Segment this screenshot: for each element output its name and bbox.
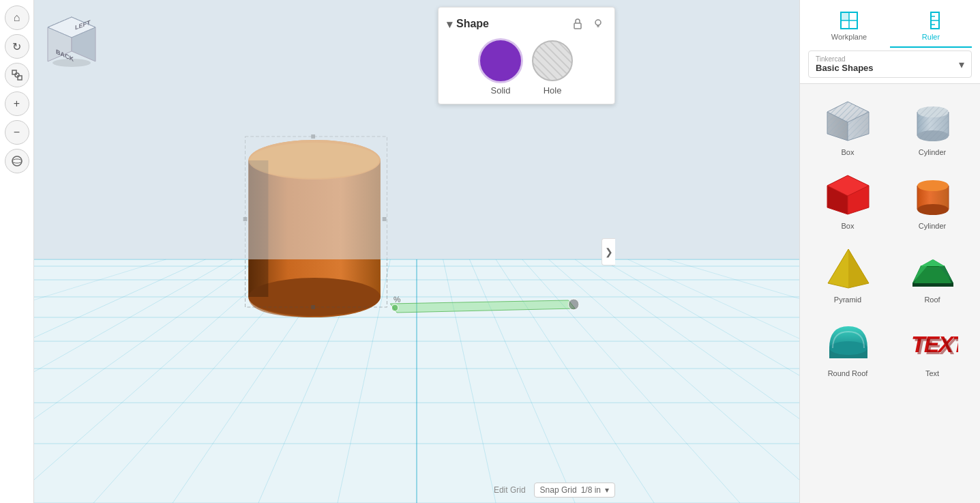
red-box-label: Box — [842, 222, 855, 230]
home-button[interactable]: ⌂ — [5, 5, 29, 30]
chevron-icon: ❯ — [605, 246, 613, 257]
shape-item-orange-cylinder[interactable]: Cylinder — [890, 163, 975, 237]
svg-point-2 — [15, 73, 19, 77]
shape-item-text[interactable]: TEXT TEXT Text — [890, 311, 975, 384]
svg-point-89 — [917, 106, 949, 117]
svg-marker-108 — [848, 249, 869, 288]
svg-point-3 — [12, 156, 22, 166]
shapes-panel-tabs: Workplane Ruler — [808, 5, 972, 48]
shapes-category[interactable]: Tinkercad Basic Shapes ▾ — [808, 51, 972, 78]
solid-label: Solid — [491, 85, 511, 96]
hole-circle — [532, 40, 573, 81]
gray-box-label: Box — [842, 148, 855, 156]
text-label: Text — [925, 369, 939, 377]
svg-text:%: % — [394, 294, 402, 304]
solid-option[interactable]: Solid — [480, 40, 521, 96]
solid-circle — [480, 40, 521, 81]
svg-text:TEXT: TEXT — [913, 333, 958, 359]
snap-grid-control[interactable]: Snap Grid 1/8 in ▾ — [534, 483, 615, 498]
svg-point-38 — [391, 304, 398, 311]
gray-cylinder-label: Cylinder — [919, 148, 946, 156]
svg-point-64 — [595, 20, 601, 25]
shapes-panel-header: Workplane Ruler — [800, 0, 980, 84]
svg-rect-63 — [574, 23, 581, 29]
gray-box-icon — [820, 96, 875, 144]
teal-round-roof-icon — [820, 317, 875, 365]
shape-options: Solid Hole — [447, 40, 606, 96]
shapes-grid: Box — [800, 84, 980, 390]
svg-marker-122 — [921, 259, 945, 266]
snap-grid-label: Snap Grid — [540, 485, 577, 495]
red-text-icon: TEXT TEXT — [905, 317, 960, 365]
svg-point-39 — [568, 299, 578, 310]
left-toolbar: ⌂ ↻ + − — [0, 0, 34, 503]
round-roof-label: Round Roof — [828, 369, 868, 377]
snap-dropdown-icon[interactable]: ▾ — [605, 485, 609, 495]
svg-rect-54 — [311, 305, 315, 309]
orange-cylinder-label: Cylinder — [919, 222, 946, 230]
category-label: Basic Shapes — [816, 63, 874, 73]
shape-item-green-roof[interactable]: Roof — [890, 237, 975, 311]
shape-item-round-roof[interactable]: Round Roof — [805, 311, 890, 384]
bottom-bar: Edit Grid Snap Grid 1/8 in ▾ — [494, 483, 615, 498]
shape-item-red-box[interactable]: Box — [805, 163, 890, 237]
category-dropdown-icon[interactable]: ▾ — [959, 58, 964, 71]
app-container: ⌂ ↻ + − — [0, 0, 980, 503]
svg-rect-68 — [841, 12, 849, 20]
panel-collapse-button[interactable]: ❯ — [602, 238, 615, 265]
nav-cube[interactable]: BACK LEFT — [41, 7, 102, 68]
viewport[interactable]: % — [34, 0, 799, 503]
workplane-tab-label: Workplane — [831, 33, 867, 41]
yellow-pyramid-icon — [820, 244, 875, 291]
tinkercad-label: Tinkercad — [816, 55, 874, 63]
orange-cylinder-icon — [905, 170, 960, 218]
shape-title-text: Shape — [456, 18, 489, 30]
shape-item-gray-box[interactable]: Box — [805, 89, 890, 163]
yellow-pyramid-label: Pyramid — [834, 296, 861, 304]
rotate-button[interactable]: ↻ — [5, 34, 29, 59]
svg-marker-119 — [912, 283, 953, 287]
lock-icon[interactable] — [569, 16, 586, 32]
gray-cylinder-icon — [905, 96, 960, 144]
svg-point-124 — [829, 341, 867, 355]
red-box-icon — [820, 170, 875, 218]
fit-button[interactable] — [5, 63, 29, 87]
zoom-in-button[interactable]: + — [5, 91, 29, 116]
edit-grid-button[interactable]: Edit Grid — [494, 485, 526, 495]
svg-point-91 — [917, 130, 949, 141]
ruler-icon — [921, 11, 940, 30]
shape-panel-header: ▾ Shape — [447, 16, 606, 32]
svg-point-104 — [917, 204, 949, 215]
floor-grid: % — [34, 0, 799, 503]
svg-point-103 — [917, 180, 949, 191]
shape-panel-icons — [569, 16, 606, 32]
shapes-panel: Workplane Ruler — [799, 0, 980, 503]
snap-value: 1/8 in — [581, 485, 601, 495]
svg-marker-109 — [828, 249, 848, 288]
workplane-icon — [840, 11, 859, 30]
perspective-button[interactable] — [5, 149, 29, 173]
hole-label: Hole — [544, 85, 562, 96]
svg-point-4 — [12, 159, 22, 163]
shape-item-gray-cylinder[interactable]: Cylinder — [890, 89, 975, 163]
shape-panel: ▾ Shape — [438, 7, 615, 104]
green-roof-icon — [905, 244, 960, 291]
shape-panel-title: ▾ Shape — [447, 18, 489, 31]
dropdown-arrow-icon[interactable]: ▾ — [447, 18, 452, 31]
tab-ruler[interactable]: Ruler — [890, 5, 972, 48]
tab-workplane[interactable]: Workplane — [808, 5, 890, 48]
light-icon[interactable] — [590, 16, 606, 32]
zoom-out-button[interactable]: − — [5, 120, 29, 145]
shape-item-yellow-pyramid[interactable]: Pyramid — [805, 237, 890, 311]
svg-rect-55 — [34, 0, 799, 259]
ruler-tab-label: Ruler — [922, 33, 940, 41]
green-roof-label: Roof — [924, 296, 940, 304]
hole-option[interactable]: Hole — [532, 40, 573, 96]
